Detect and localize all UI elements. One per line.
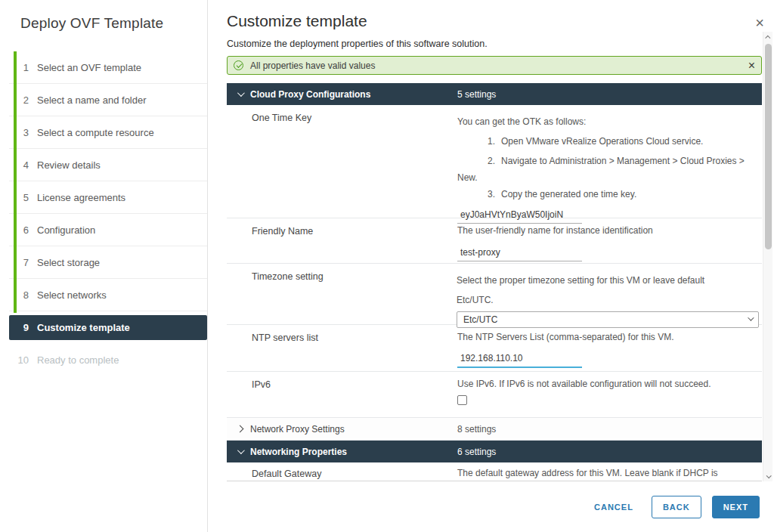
field-label: IPv6 bbox=[227, 372, 457, 417]
step-item-review-details[interactable]: 4 Review details bbox=[9, 149, 207, 181]
check-circle-icon bbox=[234, 60, 243, 70]
step-number: 10 bbox=[9, 354, 29, 366]
step-label: Ready to complete bbox=[37, 354, 119, 366]
step-item-select-name-folder[interactable]: 2 Select a name and folder bbox=[9, 84, 207, 116]
step-label: Configuration bbox=[37, 224, 95, 236]
step-number: 9 bbox=[9, 322, 29, 333]
back-button[interactable]: BACK bbox=[652, 496, 701, 518]
timezone-desc-line1: Select the proper timezone setting for t… bbox=[457, 271, 759, 290]
scrollbar-thumb[interactable] bbox=[765, 44, 772, 249]
ntp-servers-input[interactable] bbox=[457, 351, 582, 368]
section-settings-count: 6 settings bbox=[457, 447, 496, 457]
friendly-name-desc: The user-friendly name for instance iden… bbox=[457, 225, 759, 236]
next-button[interactable]: NEXT bbox=[712, 496, 760, 518]
otk-desc-intro: You can get the OTK as follows: bbox=[457, 112, 759, 131]
step-item-select-compute-resource[interactable]: 3 Select a compute resource bbox=[9, 116, 207, 149]
field-description: Use IPv6. If IPv6 is not available confi… bbox=[457, 372, 762, 417]
deploy-ovf-wizard-dialog: Deploy OVF Template 1 Select an OVF temp… bbox=[0, 0, 774, 532]
field-label: Timezone setting bbox=[227, 264, 457, 324]
step-item-select-networks[interactable]: 8 Select networks bbox=[9, 279, 207, 311]
step-label: Select a compute resource bbox=[37, 127, 154, 138]
step-number: 3 bbox=[9, 127, 29, 138]
ntp-desc: The NTP Servers List (comma-separated) f… bbox=[457, 332, 759, 342]
vertical-scrollbar[interactable] bbox=[763, 32, 772, 481]
step-number: 5 bbox=[9, 192, 29, 203]
field-label: Default Gateway bbox=[227, 462, 457, 481]
step-item-select-storage[interactable]: 7 Select storage bbox=[9, 246, 207, 279]
field-row-one-time-key: One Time Key You can get the OTK as foll… bbox=[227, 105, 762, 218]
step-label: Review details bbox=[37, 159, 101, 171]
section-header-network-proxy-settings[interactable]: Network Proxy Settings 8 settings bbox=[227, 418, 762, 441]
step-item-select-ovf-template[interactable]: 1 Select an OVF template bbox=[9, 51, 207, 84]
field-description: The default gateway address for this VM.… bbox=[457, 462, 762, 481]
validation-success-banner: All properties have valid values × bbox=[227, 56, 762, 75]
wizard-title: Deploy OVF Template bbox=[20, 15, 163, 32]
field-label: One Time Key bbox=[227, 105, 457, 218]
list-number: 3. bbox=[488, 184, 501, 204]
section-title: Network Proxy Settings bbox=[250, 424, 345, 435]
step-label: Select a name and folder bbox=[37, 94, 147, 106]
customize-template-form: Cloud Proxy Configurations 5 settings On… bbox=[227, 83, 762, 481]
step-label: License agreements bbox=[37, 192, 125, 203]
wizard-footer-actions: CANCEL BACK NEXT bbox=[587, 496, 760, 518]
field-row-friendly-name: Friendly Name The user-friendly name for… bbox=[227, 218, 762, 264]
field-description: Select the proper timezone setting for t… bbox=[457, 264, 762, 324]
list-number: 1. bbox=[488, 131, 501, 151]
list-number: 2. bbox=[488, 151, 501, 171]
field-description: You can get the OTK as follows: 1.Open V… bbox=[457, 105, 762, 218]
step-item-customize-template-active[interactable]: 9 Customize template bbox=[9, 315, 207, 340]
close-icon[interactable]: × bbox=[751, 14, 769, 32]
field-label: Friendly Name bbox=[227, 218, 457, 263]
timezone-selected-value: Etc/UTC bbox=[463, 314, 497, 325]
section-header-cloud-proxy-configurations[interactable]: Cloud Proxy Configurations 5 settings bbox=[227, 83, 762, 105]
step-number: 8 bbox=[9, 289, 29, 301]
chevron-down-icon bbox=[237, 89, 245, 97]
friendly-name-input[interactable] bbox=[457, 246, 582, 261]
step-label: Select networks bbox=[37, 289, 107, 301]
otk-step-2: Navigate to Administration > Management … bbox=[501, 156, 745, 166]
step-number: 1 bbox=[9, 62, 29, 73]
chevron-right-icon bbox=[237, 425, 244, 433]
ipv6-checkbox[interactable] bbox=[457, 395, 467, 405]
section-settings-count: 8 settings bbox=[457, 424, 496, 435]
banner-message: All properties have valid values bbox=[250, 60, 748, 71]
page-subtitle: Customize the deployment properties of t… bbox=[227, 39, 488, 49]
step-item-license-agreements[interactable]: 5 License agreements bbox=[9, 181, 207, 214]
chevron-down-icon[interactable] bbox=[763, 471, 773, 481]
field-description: The NTP Servers List (comma-separated) f… bbox=[457, 325, 762, 371]
section-header-networking-properties[interactable]: Networking Properties 6 settings bbox=[227, 441, 762, 462]
field-description: The user-friendly name for instance iden… bbox=[457, 218, 762, 263]
ipv6-desc: Use IPv6. If IPv6 is not available confi… bbox=[457, 379, 759, 389]
step-number: 2 bbox=[9, 94, 29, 106]
default-gateway-desc: The default gateway address for this VM.… bbox=[457, 468, 759, 478]
step-label: Customize template bbox=[37, 322, 130, 333]
chevron-up-icon[interactable] bbox=[763, 32, 773, 42]
otk-step-1: Open VMware vRealize Operations Cloud se… bbox=[501, 136, 703, 147]
field-label: NTP servers list bbox=[227, 325, 457, 371]
section-settings-count: 5 settings bbox=[457, 89, 496, 100]
step-number: 4 bbox=[9, 159, 29, 171]
completed-steps-progress-bar bbox=[14, 51, 17, 313]
step-label: Select storage bbox=[37, 257, 100, 268]
chevron-down-icon bbox=[237, 447, 245, 454]
step-number: 7 bbox=[9, 257, 29, 268]
field-row-default-gateway-clipped: Default Gateway The default gateway addr… bbox=[227, 462, 762, 481]
wizard-step-list: 1 Select an OVF template 2 Select a name… bbox=[9, 51, 207, 376]
step-number: 6 bbox=[9, 224, 29, 236]
field-row-ntp-servers-list: NTP servers list The NTP Servers List (c… bbox=[227, 325, 762, 372]
field-row-timezone-setting: Timezone setting Select the proper timez… bbox=[227, 264, 762, 325]
step-item-configuration[interactable]: 6 Configuration bbox=[9, 214, 207, 246]
page-title: Customize template bbox=[227, 12, 367, 30]
section-title: Cloud Proxy Configurations bbox=[250, 89, 370, 100]
otk-step-3: Copy the generated one time key. bbox=[501, 189, 636, 200]
wizard-steps-sidebar: Deploy OVF Template 1 Select an OVF temp… bbox=[0, 0, 208, 532]
section-title: Networking Properties bbox=[250, 447, 347, 457]
step-item-ready-to-complete[interactable]: 10 Ready to complete bbox=[9, 344, 207, 376]
banner-close-icon[interactable]: × bbox=[748, 59, 755, 73]
otk-step-2-continued: New. bbox=[457, 171, 759, 184]
chevron-down-icon bbox=[748, 314, 754, 320]
field-row-ipv6: IPv6 Use IPv6. If IPv6 is not available … bbox=[227, 372, 762, 418]
cancel-button[interactable]: CANCEL bbox=[587, 496, 641, 518]
timezone-desc-line2: Etc/UTC. bbox=[457, 290, 759, 310]
step-label: Select an OVF template bbox=[37, 62, 141, 73]
